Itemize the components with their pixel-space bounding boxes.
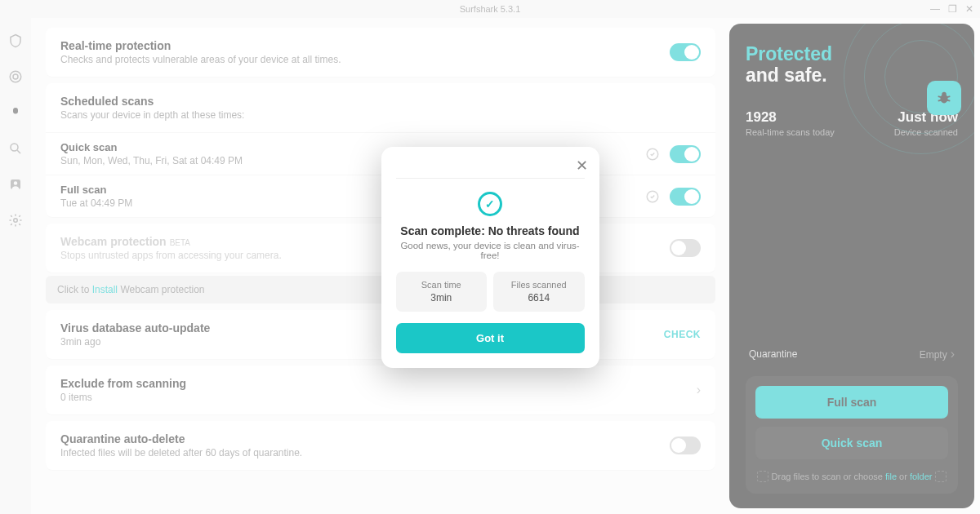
modal-sub: Good news, your device is clean and viru… bbox=[396, 241, 585, 260]
stat-value: 3min bbox=[399, 292, 484, 304]
stat-label: Files scanned bbox=[497, 280, 581, 290]
stat-label: Scan time bbox=[399, 280, 484, 290]
modal-overlay[interactable]: ✕ ✓ Scan complete: No threats found Good… bbox=[0, 0, 980, 514]
scan-time-stat: Scan time 3min bbox=[396, 272, 488, 312]
scan-complete-modal: ✕ ✓ Scan complete: No threats found Good… bbox=[381, 147, 599, 368]
stat-value: 6614 bbox=[497, 292, 581, 304]
check-circle-icon: ✓ bbox=[478, 192, 502, 216]
got-it-button[interactable]: Got it bbox=[396, 323, 585, 353]
files-scanned-stat: Files scanned 6614 bbox=[493, 272, 585, 312]
modal-close-icon[interactable]: ✕ bbox=[576, 157, 588, 175]
modal-title: Scan complete: No threats found bbox=[396, 224, 585, 237]
